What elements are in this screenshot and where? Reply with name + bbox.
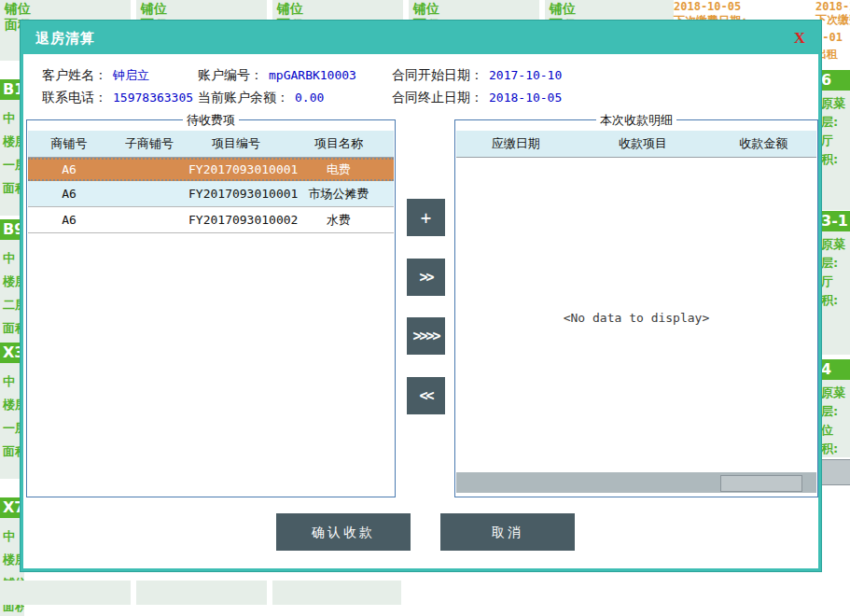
cancel-button[interactable]: 取消 xyxy=(440,513,575,551)
move-all-right-icon[interactable]: >>>> xyxy=(407,317,445,355)
shop-card-label: 铺位 xyxy=(5,1,31,18)
shop-card-title: 4 xyxy=(818,359,850,380)
background-scrollbar-thumb[interactable] xyxy=(819,459,850,485)
column-header-code: 项目编号 xyxy=(188,135,284,152)
shop-card[interactable]: 6 原菜 层: 厅 积: xyxy=(818,70,850,210)
table-header-row: 商铺号 子商铺号 项目编号 项目名称 xyxy=(28,131,394,158)
receipt-detail-panel: 本次收款明细 应缴日期 收款项目 收款金额 <No data to displa… xyxy=(454,119,818,497)
scrollbar-thumb[interactable] xyxy=(720,475,802,492)
column-header-due-date: 应缴日期 xyxy=(456,135,575,152)
shop-card[interactable]: 3-1 原菜 层: 厅 积: xyxy=(818,211,850,355)
customer-name-value: 钟启立 xyxy=(113,68,149,82)
pending-charges-panel: 待收费项 商铺号 子商铺号 项目编号 项目名称 A6 FY20170930100… xyxy=(26,119,396,497)
shop-card xyxy=(136,581,267,605)
shop-card-label: 铺位 xyxy=(413,1,439,18)
move-left-icon[interactable]: << xyxy=(407,377,445,414)
balance-label: 当前账户余额： xyxy=(198,90,289,105)
shop-card-label: 铺位 xyxy=(550,1,576,18)
empty-state-text: <No data to display> xyxy=(455,311,817,325)
dialog-title: 退房清算 xyxy=(35,23,95,54)
next-payment-date: 2018-10-05 xyxy=(674,0,808,13)
pending-charges-legend: 待收费项 xyxy=(183,112,239,129)
shop-card-label: 铺位 xyxy=(277,1,303,18)
contract-end-value: 2018-10-05 xyxy=(489,91,562,105)
app-screen: 铺位 面租15.00 铺位 面租15.00 铺位 面租15.00 铺位 面租15… xyxy=(0,0,850,616)
column-header-name: 项目名称 xyxy=(284,135,394,152)
customer-name-label: 客户姓名： xyxy=(42,67,107,82)
column-header-amount: 收款金额 xyxy=(711,135,816,152)
horizontal-scrollbar[interactable] xyxy=(456,472,816,493)
move-right-icon[interactable]: >> xyxy=(407,259,445,296)
checkout-settlement-dialog: 退房清算 X 客户姓名：钟启立 账户编号：mpGARBK10003 合同开始日期… xyxy=(21,21,821,571)
column-header-shop: 商铺号 xyxy=(28,135,110,152)
column-header-subshop: 子商铺号 xyxy=(110,135,188,152)
account-number-value: mpGARBK10003 xyxy=(269,68,356,82)
add-button[interactable]: + xyxy=(407,199,445,236)
balance-value: 0.00 xyxy=(295,91,324,105)
phone-label: 联系电话： xyxy=(42,90,107,105)
table-row-selected[interactable]: A6 FY2017093010001 电费 xyxy=(28,158,394,181)
table-row[interactable]: A6 FY2017093010001 市场公摊费 xyxy=(28,181,394,207)
contract-start-label: 合同开始日期： xyxy=(392,67,483,82)
shop-card xyxy=(0,581,131,605)
contract-start-value: 2017-10-10 xyxy=(489,68,562,82)
dialog-titlebar: 退房清算 X xyxy=(23,23,818,54)
account-number-label: 账户编号： xyxy=(198,67,263,82)
shop-card xyxy=(272,581,401,605)
receipt-detail-table: 应缴日期 收款项目 收款金额 xyxy=(456,131,816,158)
shop-card[interactable]: 4 原菜 层: 位 积: xyxy=(818,359,850,457)
contract-end-label: 合同终止日期： xyxy=(392,90,483,105)
table-header-row: 应缴日期 收款项目 收款金额 xyxy=(456,131,816,158)
pending-charges-table: 商铺号 子商铺号 项目编号 项目名称 A6 FY2017093010001 电费… xyxy=(28,131,394,233)
shop-card-label: 铺位 xyxy=(141,1,167,18)
receipt-detail-legend: 本次收款明细 xyxy=(596,112,676,129)
confirm-payment-button[interactable]: 确认收款 xyxy=(276,513,411,551)
column-header-item: 收款项目 xyxy=(575,135,710,152)
shop-card-title: 6 xyxy=(818,70,850,91)
table-row[interactable]: A6 FY2017093010002 水费 xyxy=(28,207,394,233)
close-icon[interactable]: X xyxy=(794,29,805,48)
shop-card-title: 3-1 xyxy=(818,211,850,231)
phone-value: 15978363305 xyxy=(113,91,193,105)
